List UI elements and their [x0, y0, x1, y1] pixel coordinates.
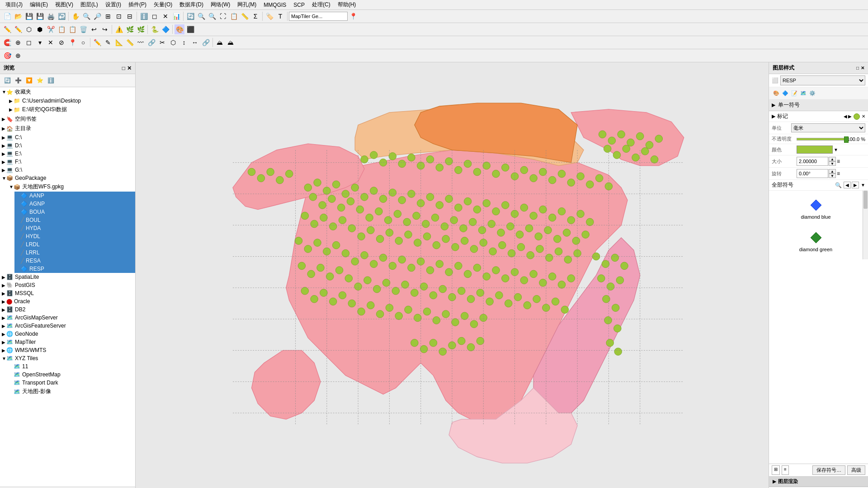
redo-btn[interactable]: ↪ — [100, 24, 110, 34]
rotation-input[interactable] — [797, 169, 828, 178]
tree-item-resp[interactable]: 🔷 RESP — [14, 265, 135, 273]
annotate-btn[interactable]: T — [275, 11, 285, 21]
tree-item-geonode[interactable]: ▶ 🌐 GeoNode — [0, 330, 135, 338]
select-all-btn[interactable]: ◻ — [24, 38, 34, 47]
rotation-up-btn[interactable]: ▲ — [829, 169, 836, 174]
render-icon-3[interactable]: 📝 — [790, 89, 798, 97]
symbol-scrollbar[interactable] — [863, 191, 868, 259]
advanced-btn[interactable]: 高级 — [847, 465, 865, 475]
browser-info-btn[interactable]: ℹ️ — [46, 75, 56, 85]
browser-bookmark-btn[interactable]: ⭐ — [35, 75, 45, 85]
symbol-scrollbar-thumb[interactable] — [863, 191, 868, 209]
tree-item-hyda[interactable]: ╱ HYDA — [14, 224, 135, 232]
snap-btn[interactable]: 🧲 — [2, 38, 12, 47]
menu-plugins[interactable]: 插件(P) — [125, 0, 150, 9]
open-btn[interactable]: 📂 — [13, 11, 23, 21]
layer-rendering-section[interactable]: ▶ 图层渲染 — [769, 476, 868, 487]
undo-btn[interactable]: ↩️ — [57, 11, 66, 21]
tree-item-boul[interactable]: ╱ BOUL — [14, 216, 135, 224]
tree-item-hydl[interactable]: ╱ HYDL — [14, 232, 135, 240]
map-extra-btn[interactable]: 📍 — [348, 11, 358, 21]
adv8-btn[interactable]: ⬡ — [168, 38, 178, 47]
size-input[interactable] — [797, 157, 828, 166]
symbol-item-diamond-blue[interactable]: diamond blue — [773, 194, 859, 223]
tree-item-mssql[interactable]: ▶ 🗄️ MSSQL — [0, 289, 135, 297]
locate-btn[interactable]: 🎯 — [2, 51, 12, 61]
terrain-btn[interactable]: ⛰ — [215, 38, 225, 47]
size-up-btn[interactable]: ▲ — [829, 157, 836, 161]
symbols-filter-btn[interactable]: 🔍 — [835, 182, 842, 188]
adv6-btn[interactable]: 🔗 — [146, 38, 156, 47]
rotation-down-btn[interactable]: ▼ — [829, 174, 836, 178]
adv5-btn[interactable]: 〰 — [136, 38, 146, 47]
snap2-btn[interactable]: ⊕ — [13, 38, 23, 47]
browser-minimize-btn[interactable]: □ — [122, 65, 125, 71]
edit-pencil-btn[interactable]: ✏️ — [2, 24, 12, 34]
osm-btn[interactable]: ⊕ — [13, 51, 23, 61]
tree-item-drive-c[interactable]: ▶ 💻 C:\ — [0, 133, 135, 141]
delete-feature-btn[interactable]: 🗑️ — [78, 24, 88, 34]
python-btn[interactable]: 🐍 — [150, 24, 160, 34]
fullscreen-btn[interactable]: ⛶ — [218, 11, 228, 21]
tree-item-postgis[interactable]: ▶ 🐘 PostGIS — [0, 281, 135, 289]
grid-view-btn[interactable]: ⊞ — [772, 465, 780, 475]
tree-item-desktop[interactable]: ▶ 📁 C:\Users\admin\Desktop — [7, 97, 135, 105]
menu-edit[interactable]: 编辑(E) — [26, 0, 52, 9]
render-icon-2[interactable]: 🔷 — [781, 89, 789, 97]
adv11-btn[interactable]: 🔗 — [201, 38, 211, 47]
color-picker[interactable] — [797, 145, 833, 154]
identify-btn[interactable]: ℹ️ — [139, 11, 149, 21]
menu-layer[interactable]: 图层(L) — [77, 0, 102, 9]
menu-scp[interactable]: SCP — [290, 1, 308, 9]
select-btn[interactable]: ◻ — [150, 11, 160, 21]
tree-item-wms-wmts[interactable]: ▶ 🌐 WMS/WMTS — [0, 346, 135, 354]
tree-item-favorites[interactable]: ▼ ⭐ 收藏夹 — [0, 87, 135, 97]
browser-refresh-btn[interactable]: 🔄 — [2, 75, 12, 85]
tree-item-drive-d[interactable]: ▶ 💻 D:\ — [0, 141, 135, 150]
symbols-nav-prev[interactable]: ◀ — [844, 182, 851, 188]
label-left-nav[interactable]: ◀ — [844, 114, 847, 119]
terrain2-btn[interactable]: ⛰ — [226, 38, 236, 47]
label-add-btn[interactable]: ✕ — [862, 114, 865, 119]
menu-settings[interactable]: 设置(I) — [102, 0, 125, 9]
tree-item-aanp[interactable]: 🔷 AANP — [14, 192, 135, 200]
digitize-btn[interactable]: ✏️ — [13, 24, 23, 34]
tree-item-qgis-data[interactable]: ▶ 📁 E:\研究\QGIS\数据 — [7, 105, 135, 114]
adv10-btn[interactable]: ↔ — [190, 38, 200, 47]
tree-item-drive-f[interactable]: ▶ 💻 F:\ — [0, 158, 135, 166]
layer-style-close-btn[interactable]: ✕ — [861, 66, 864, 70]
adv9-btn[interactable]: ↕ — [179, 38, 189, 47]
tree-item-geopackage[interactable]: ▼ 📦 GeoPackage — [0, 174, 135, 182]
zoom-in-btn[interactable]: 🔍 — [81, 11, 91, 21]
tree-item-xyz-11[interactable]: 🗺️ 11 — [7, 362, 135, 371]
tree-item-db2[interactable]: ▶ 🗄️ DB2 — [0, 305, 135, 314]
new-project-btn[interactable]: 📄 — [2, 11, 12, 21]
size-down-btn[interactable]: ▼ — [829, 161, 836, 166]
zoom-in-x2[interactable]: 🔍 — [196, 11, 206, 21]
undo2-btn[interactable]: ↩ — [89, 24, 99, 34]
tree-item-resa[interactable]: ╱ RESA — [14, 257, 135, 265]
node-tool-btn[interactable]: ⬡ — [24, 24, 34, 34]
deselect-all-btn[interactable]: ✕ — [46, 38, 56, 47]
render-icon-1[interactable]: 🎨 — [772, 89, 780, 97]
zoom-out-btn[interactable]: 🔎 — [92, 11, 102, 21]
layer-order-btn[interactable]: 📋 — [229, 11, 239, 21]
layer-style-btn[interactable]: 🎨 — [175, 24, 184, 34]
render-icon-4[interactable]: 🗺️ — [799, 89, 807, 97]
menu-processing[interactable]: 处理(C) — [308, 0, 334, 9]
rotation-settings-btn[interactable]: ≡ — [837, 170, 840, 177]
tree-item-xyz-tiles[interactable]: ▼ 🗺️ XYZ Tiles — [0, 354, 135, 362]
refresh-btn[interactable]: 🔄 — [185, 11, 195, 21]
layer-style-minimize-btn[interactable]: □ — [856, 66, 859, 70]
deselect-btn[interactable]: ✕ — [160, 11, 170, 21]
grass2-btn[interactable]: 🌿 — [136, 24, 146, 34]
tree-item-transport-dark[interactable]: 🗺️ Transport Dark — [7, 379, 135, 387]
tree-item-tiantu-wfs[interactable]: ▼ 📦 天地图WFS.gpkg — [7, 182, 135, 192]
shape-btn[interactable]: ⬢ — [35, 24, 45, 34]
tree-item-boua[interactable]: 🔷 BOUA — [14, 208, 135, 216]
tree-item-lrrl[interactable]: ╱ LRRL — [14, 249, 135, 257]
zoom-full-btn[interactable]: ⊞ — [103, 11, 113, 21]
size-settings-btn[interactable]: ≡ — [837, 158, 840, 164]
scp-btn[interactable]: 🔷 — [160, 24, 170, 34]
adv7-btn[interactable]: ✂ — [157, 38, 167, 47]
